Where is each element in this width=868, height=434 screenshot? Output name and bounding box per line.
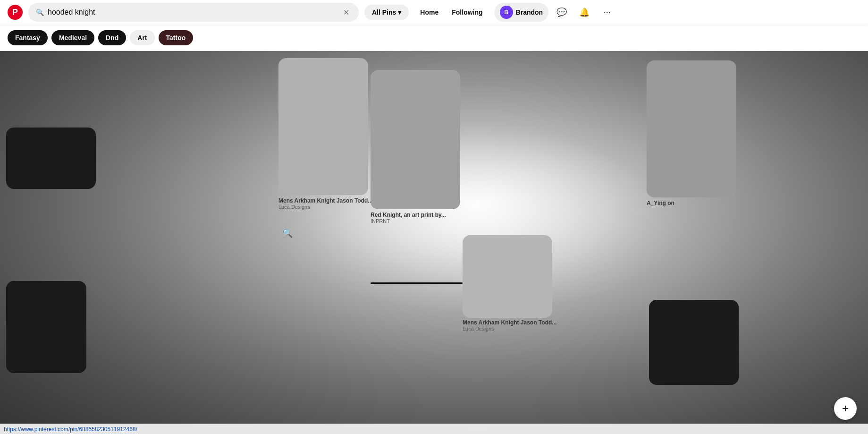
pinterest-logo[interactable]: P: [8, 5, 23, 20]
pin3-info: Red Knight, an art print by... INPRNT: [371, 212, 446, 224]
pin3-title: Red Knight, an art print by...: [371, 212, 446, 218]
filter-bar: Fantasy Medieval Dnd Art Tattoo: [0, 25, 868, 51]
main-content: Mens Arkham Knight Jason Todd... Luca De…: [0, 51, 868, 434]
more-options-button[interactable]: ···: [598, 3, 616, 22]
pin5-source: Luca Designs: [463, 326, 556, 332]
filter-medieval[interactable]: Medieval: [51, 30, 94, 45]
pin4-info: A_Ying on: [647, 200, 674, 206]
search-input[interactable]: [48, 8, 337, 17]
search-icon: 🔍: [36, 9, 44, 16]
header: P 🔍 ✕ All Pins ▾ Home Following B Brando…: [0, 0, 868, 25]
more-icon: ···: [604, 8, 611, 17]
clear-search-button[interactable]: ✕: [341, 6, 351, 19]
notifications-button[interactable]: 🔔: [575, 3, 594, 22]
plus-icon: +: [842, 402, 849, 415]
nav-home[interactable]: Home: [414, 5, 444, 20]
pin5-title: Mens Arkham Knight Jason Todd...: [463, 319, 556, 326]
pin2-info: Mens Arkham Knight Jason Todd... Luca De…: [278, 197, 372, 210]
progress-bar: [371, 282, 463, 284]
pin-card[interactable]: [649, 300, 739, 385]
pin2-title: Mens Arkham Knight Jason Todd...: [278, 197, 372, 204]
main-nav: Home Following: [414, 5, 488, 20]
chat-icon: 💬: [556, 7, 567, 17]
header-icons: B Brandon 💬 🔔 ···: [494, 3, 617, 22]
nav-following[interactable]: Following: [446, 5, 488, 20]
chevron-down-icon: ▾: [398, 9, 401, 16]
magnifier-icon: 🔍: [282, 228, 293, 238]
pin-card[interactable]: [6, 128, 96, 189]
add-button[interactable]: +: [834, 397, 857, 420]
logo-symbol: P: [12, 8, 18, 17]
search-bar: 🔍 ✕: [28, 3, 359, 22]
username-label: Brandon: [516, 9, 543, 16]
pin4-title: A_Ying on: [647, 200, 674, 206]
chat-button[interactable]: 💬: [552, 3, 571, 22]
status-bar: https://www.pinterest.com/pin/6885582305…: [0, 424, 868, 434]
pin-card[interactable]: [647, 60, 736, 197]
all-pins-dropdown[interactable]: All Pins ▾: [364, 5, 409, 20]
status-url: https://www.pinterest.com/pin/6885582305…: [4, 426, 137, 433]
pin3-source: INPRNT: [371, 218, 446, 224]
filter-art[interactable]: Art: [130, 30, 154, 45]
pin2-source: Luca Designs: [278, 204, 372, 210]
pin5-info: Mens Arkham Knight Jason Todd... Luca De…: [463, 319, 556, 332]
pin-card[interactable]: [463, 235, 552, 318]
pin-card[interactable]: [371, 70, 460, 209]
filter-dnd[interactable]: Dnd: [98, 30, 126, 45]
all-pins-label: All Pins: [372, 9, 396, 16]
filter-fantasy[interactable]: Fantasy: [8, 30, 48, 45]
bell-icon: 🔔: [579, 7, 590, 17]
user-profile-button[interactable]: B Brandon: [494, 3, 549, 22]
avatar: B: [500, 6, 513, 19]
pin-card[interactable]: [6, 281, 86, 373]
pin-card[interactable]: Mens Arkham Knight Jason Todd... Luca De…: [278, 58, 368, 195]
filter-tattoo[interactable]: Tattoo: [159, 30, 194, 45]
